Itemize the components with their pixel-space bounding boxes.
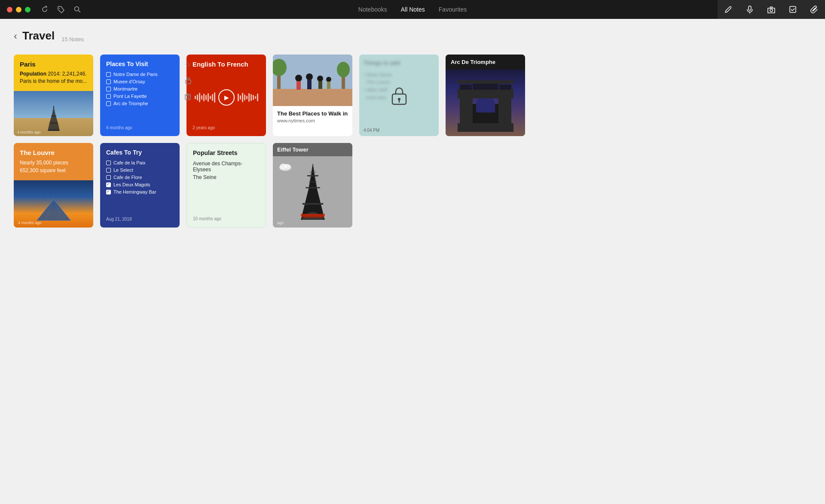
maximize-button[interactable]: [25, 7, 31, 12]
eiffel-title: Eiffel Tower: [273, 143, 352, 156]
cafes-title: Cafes To Try: [106, 149, 174, 156]
back-button[interactable]: ‹: [14, 30, 17, 42]
note-card-bestplaces[interactable]: The Best Places to Walk in www.nytimes.c…: [273, 55, 352, 136]
svg-rect-21: [296, 81, 301, 90]
svg-rect-6: [49, 129, 59, 131]
bestplaces-link: www.nytimes.com: [277, 118, 348, 123]
note-card-eiffel[interactable]: Eiffel Tower: [273, 143, 352, 228]
checklist-button[interactable]: [782, 0, 804, 19]
svg-marker-48: [301, 164, 325, 220]
cafes-item-2: Cafe de Flore: [106, 175, 174, 180]
search-icon[interactable]: [73, 6, 81, 13]
microphone-button[interactable]: [739, 0, 761, 19]
lock-icon: [391, 85, 408, 105]
minimize-button[interactable]: [16, 7, 21, 12]
notes-row-2: The Louvre Nearly 35,000 pieces 652,300 …: [14, 143, 811, 228]
svg-rect-41: [458, 80, 513, 84]
camera-button[interactable]: [761, 0, 782, 19]
svg-rect-25: [318, 81, 322, 89]
new-note-button[interactable]: [718, 0, 739, 19]
cafes-timestamp: Aug 21, 2018: [106, 217, 174, 222]
nav-notebooks[interactable]: Notebooks: [358, 6, 387, 13]
nav-favourites[interactable]: Favourites: [439, 6, 467, 13]
svg-rect-37: [458, 89, 513, 98]
svg-rect-36: [476, 104, 495, 112]
note-card-paris[interactable]: Paris Population 2014: 2,241,246. Paris …: [14, 55, 93, 136]
trash-icon[interactable]: [185, 93, 192, 101]
note-card-english[interactable]: English To French ▶: [186, 55, 266, 136]
places-item-3: Pont La Fayette: [106, 94, 174, 99]
svg-rect-32: [460, 97, 473, 123]
places-item-1: Musee d'Orsay: [106, 79, 174, 84]
louvre-title: The Louvre: [20, 149, 87, 156]
svg-rect-7: [50, 122, 58, 124]
louvre-body1: Nearly 35,000 pieces: [20, 159, 87, 167]
arc-title: Arc De Triomphe: [446, 55, 525, 70]
locked-timestamp: 4:04 PM: [364, 128, 379, 133]
svg-point-47: [284, 164, 290, 169]
places-timestamp: 4 months ago: [106, 125, 174, 130]
cafes-item-0: Cafe de la Paix: [106, 160, 174, 165]
note-card-places[interactable]: Places To Visit Notre Dame de Paris Muse…: [100, 55, 180, 136]
cafes-item-1: Le Select: [106, 167, 174, 173]
arc-silhouette: [458, 80, 513, 132]
refresh-icon[interactable]: [41, 6, 49, 13]
svg-rect-38: [460, 85, 472, 90]
street-item-1: The Seine: [193, 174, 260, 180]
louvre-timestamp: 4 months ago: [18, 221, 42, 225]
note-card-streets[interactable]: Popular Streets Avenue des Champs-Elysee…: [186, 143, 266, 228]
cafes-item-3: Les Deux Magots: [106, 182, 174, 187]
svg-rect-5: [790, 6, 796, 12]
louvre-pyramid: [37, 199, 71, 221]
paris-title: Paris: [20, 61, 87, 68]
tag-icon[interactable]: [57, 6, 65, 13]
svg-rect-2: [749, 6, 751, 10]
paris-body-bold: Population: [20, 71, 46, 77]
svg-point-26: [326, 77, 331, 82]
paris-body-text: 2014: 2,241,246.: [48, 71, 86, 77]
streets-timestamp: 10 months ago: [193, 216, 260, 221]
places-title: Places To Visit: [106, 61, 174, 67]
places-item-0: Notre Dame de Paris: [106, 72, 174, 77]
svg-rect-15: [273, 89, 352, 106]
svg-point-4: [770, 9, 773, 12]
note-card-cafes[interactable]: Cafes To Try Cafe de la Paix Le Select C…: [100, 143, 180, 228]
cafes-item-4: The Hemingway Bar: [106, 189, 174, 194]
notes-row-1: Paris Population 2014: 2,241,246. Paris …: [14, 55, 811, 136]
cloud-icon: [279, 162, 292, 171]
attachment-button[interactable]: [804, 0, 825, 19]
note-card-arc[interactable]: Arc De Triomphe: [446, 55, 525, 136]
english-title: English To French: [192, 61, 260, 68]
svg-rect-27: [327, 82, 330, 89]
lock-icon[interactable]: [185, 76, 192, 85]
places-actions: ☆: [185, 61, 192, 101]
note-count: 15 Notes: [61, 36, 84, 43]
bestplaces-title: The Best Places to Walk in: [277, 110, 348, 117]
titlebar-left-icons: [41, 6, 81, 13]
main-content: ‹ Travel 15 Notes Paris Population 2014:…: [0, 19, 825, 245]
close-button[interactable]: [7, 7, 12, 12]
note-card-louvre[interactable]: The Louvre Nearly 35,000 pieces 652,300 …: [14, 143, 93, 228]
svg-rect-11: [185, 95, 190, 100]
svg-marker-42: [37, 199, 71, 221]
svg-point-22: [306, 73, 313, 80]
svg-point-19: [337, 62, 350, 77]
nav-all-notes[interactable]: All Notes: [401, 6, 425, 13]
svg-rect-33: [498, 97, 511, 123]
audio-play-button[interactable]: ▶: [218, 89, 235, 106]
svg-rect-8: [51, 115, 56, 116]
svg-rect-51: [302, 203, 323, 205]
places-item-2: Montmartre: [106, 86, 174, 91]
streets-title: Popular Streets: [193, 149, 260, 156]
english-timestamp: 2 years ago: [192, 125, 260, 130]
note-card-locked[interactable]: Things to add • Notre Dame The Louvre • …: [359, 55, 439, 136]
svg-rect-39: [499, 85, 511, 90]
star-icon[interactable]: ☆: [185, 61, 192, 69]
page-header: ‹ Travel 15 Notes: [14, 29, 811, 43]
svg-point-20: [295, 75, 302, 82]
bestplaces-illustration: [273, 55, 352, 106]
lock-icon-container: [391, 85, 408, 105]
svg-rect-53: [302, 216, 324, 218]
svg-rect-50: [306, 187, 320, 188]
page-title: Travel: [22, 29, 55, 43]
